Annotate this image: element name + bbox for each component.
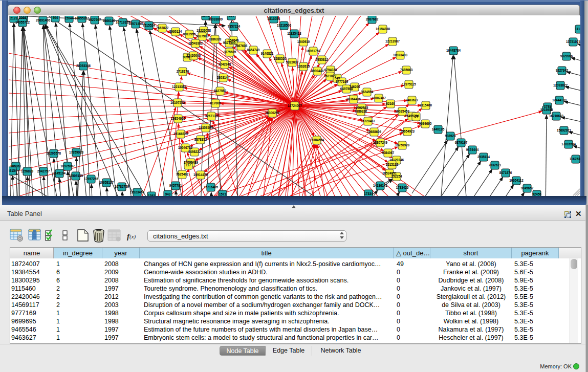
svg-text:19654923: 19654923 bbox=[400, 129, 415, 133]
svg-text:9457791: 9457791 bbox=[169, 184, 182, 187]
svg-text:12213389: 12213389 bbox=[172, 85, 187, 89]
svg-text:3267130: 3267130 bbox=[205, 114, 218, 118]
svg-text:15751074: 15751074 bbox=[566, 40, 580, 43]
svg-text:2935114: 2935114 bbox=[477, 155, 490, 159]
svg-text:2942757: 2942757 bbox=[37, 169, 50, 173]
svg-text:2123: 2123 bbox=[10, 16, 18, 20]
svg-text:16961758: 16961758 bbox=[306, 49, 321, 53]
svg-text:12505135: 12505135 bbox=[69, 174, 83, 178]
svg-text:8186328: 8186328 bbox=[209, 37, 222, 41]
svg-text:1156829: 1156829 bbox=[21, 169, 34, 173]
svg-text:62160: 62160 bbox=[386, 102, 395, 105]
svg-text:8813054: 8813054 bbox=[268, 17, 280, 20]
svg-text:1615132: 1615132 bbox=[386, 163, 399, 166]
svg-text:11124: 11124 bbox=[575, 27, 580, 31]
svg-text:2718176: 2718176 bbox=[177, 70, 189, 73]
svg-text:39154: 39154 bbox=[9, 169, 17, 172]
svg-text:10046736: 10046736 bbox=[178, 146, 193, 149]
svg-text:7986322: 7986322 bbox=[355, 110, 367, 113]
svg-text:16571355: 16571355 bbox=[128, 22, 143, 26]
svg-text:15720407: 15720407 bbox=[361, 119, 376, 123]
svg-text:10688609: 10688609 bbox=[367, 130, 382, 134]
svg-text:15692971: 15692971 bbox=[557, 128, 572, 132]
svg-text:9084067: 9084067 bbox=[382, 151, 395, 155]
svg-text:16154838: 16154838 bbox=[376, 27, 390, 31]
svg-text:2087682: 2087682 bbox=[366, 17, 379, 21]
svg-text:19756928: 19756928 bbox=[395, 143, 410, 147]
svg-text:19384554: 19384554 bbox=[310, 138, 324, 142]
svg-text:10958127: 10958127 bbox=[99, 181, 114, 184]
svg-text:19166829: 19166829 bbox=[173, 132, 188, 136]
svg-text:3624554: 3624554 bbox=[361, 90, 374, 94]
svg-text:904: 904 bbox=[53, 16, 58, 19]
svg-text:7955812: 7955812 bbox=[316, 58, 329, 61]
svg-text:1571: 1571 bbox=[219, 192, 227, 196]
svg-text:943: 943 bbox=[165, 192, 171, 196]
svg-text:8878352: 8878352 bbox=[194, 138, 207, 141]
svg-text:545: 545 bbox=[335, 76, 340, 80]
svg-text:7632621: 7632621 bbox=[489, 163, 502, 167]
svg-text:64: 64 bbox=[414, 115, 418, 118]
svg-text:938923: 938923 bbox=[445, 134, 456, 138]
svg-text:16782759: 16782759 bbox=[115, 185, 129, 188]
svg-text:8427552: 8427552 bbox=[214, 89, 227, 93]
svg-text:12975115: 12975115 bbox=[402, 82, 416, 86]
svg-text:11325413: 11325413 bbox=[287, 32, 301, 35]
svg-text:1540910: 1540910 bbox=[297, 40, 310, 43]
svg-text:1145194: 1145194 bbox=[53, 171, 66, 175]
svg-text:9227342: 9227342 bbox=[556, 69, 569, 72]
svg-text:9777169: 9777169 bbox=[336, 80, 349, 83]
svg-text:1167535: 1167535 bbox=[570, 157, 580, 161]
svg-text:20364436: 20364436 bbox=[346, 97, 361, 101]
svg-text:3875685: 3875685 bbox=[224, 50, 236, 54]
svg-text:7663822: 7663822 bbox=[156, 26, 169, 30]
svg-text:15716485: 15716485 bbox=[204, 185, 219, 189]
svg-text:817006: 817006 bbox=[210, 101, 221, 105]
svg-text:8454749: 8454749 bbox=[247, 48, 260, 52]
svg-text:1440195: 1440195 bbox=[432, 127, 445, 131]
svg-text:7485063: 7485063 bbox=[400, 68, 413, 72]
svg-text:6497568: 6497568 bbox=[340, 87, 353, 91]
svg-text:252254: 252254 bbox=[391, 174, 402, 178]
svg-text:9474444: 9474444 bbox=[466, 148, 479, 151]
svg-text:22420046: 22420046 bbox=[186, 54, 201, 57]
svg-text:11353594: 11353594 bbox=[199, 126, 213, 129]
svg-text:1588520: 1588520 bbox=[274, 57, 287, 60]
svg-text:12213967: 12213967 bbox=[385, 39, 400, 43]
svg-text:985061: 985061 bbox=[10, 164, 21, 168]
svg-text:15044: 15044 bbox=[64, 16, 74, 20]
svg-text:9146821: 9146821 bbox=[261, 52, 274, 55]
svg-text:19854925: 19854925 bbox=[171, 117, 186, 120]
svg-text:3215955: 3215955 bbox=[540, 108, 553, 112]
svg-text:9329966: 9329966 bbox=[560, 54, 573, 58]
svg-text:10975867: 10975867 bbox=[60, 164, 75, 168]
svg-text:16033809: 16033809 bbox=[208, 17, 223, 21]
svg-text:19218506: 19218506 bbox=[277, 24, 292, 27]
svg-text:8912955: 8912955 bbox=[183, 32, 196, 36]
svg-text:1527607: 1527607 bbox=[89, 18, 101, 21]
svg-text:12093872: 12093872 bbox=[553, 83, 568, 87]
svg-text:17859928: 17859928 bbox=[69, 150, 84, 154]
svg-text:20206578: 20206578 bbox=[47, 151, 61, 155]
svg-text:9699695: 9699695 bbox=[419, 122, 432, 125]
svg-text:1002545: 1002545 bbox=[356, 106, 368, 110]
svg-text:16210643: 16210643 bbox=[549, 114, 564, 118]
svg-text:18226058: 18226058 bbox=[197, 29, 211, 32]
svg-text:6466160: 6466160 bbox=[103, 19, 116, 23]
svg-text:16448784: 16448784 bbox=[446, 49, 461, 52]
svg-text:10973493: 10973493 bbox=[393, 53, 408, 57]
svg-text:8960124: 8960124 bbox=[169, 30, 182, 33]
svg-text:3498222: 3498222 bbox=[188, 150, 201, 154]
svg-text:1362615: 1362615 bbox=[297, 64, 310, 68]
svg-text:20691406: 20691406 bbox=[36, 18, 51, 22]
svg-text:17334: 17334 bbox=[364, 192, 373, 195]
svg-text:12923468: 12923468 bbox=[130, 190, 145, 194]
svg-text:18807249: 18807249 bbox=[373, 141, 388, 144]
svg-text:6794028: 6794028 bbox=[324, 68, 337, 72]
svg-text:1733426: 1733426 bbox=[396, 186, 409, 189]
svg-text:117: 117 bbox=[186, 163, 191, 167]
svg-text:20697: 20697 bbox=[19, 16, 28, 19]
svg-text:(x): (x) bbox=[129, 233, 136, 240]
svg-text:5322037: 5322037 bbox=[286, 60, 299, 64]
svg-text:16543382: 16543382 bbox=[188, 41, 203, 45]
